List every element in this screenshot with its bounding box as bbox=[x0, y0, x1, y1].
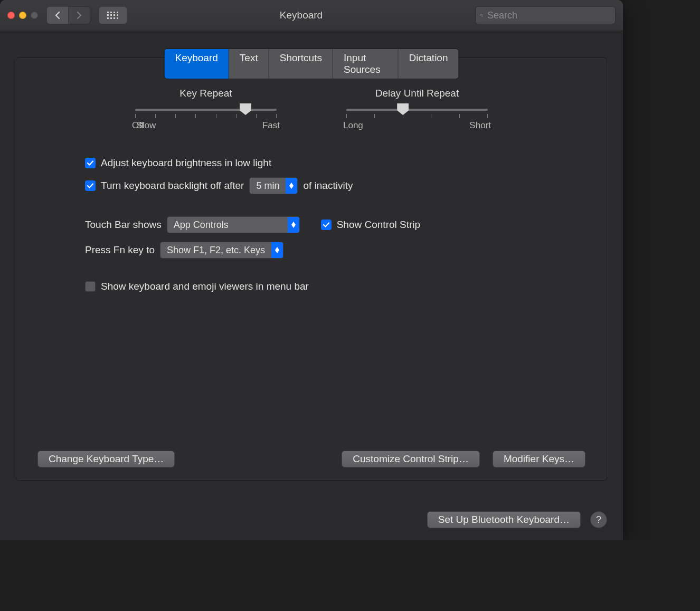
delay-repeat-slider-block: Delay Until Repeat Long Short bbox=[343, 88, 491, 131]
backlight-off-prefix: Turn keyboard backlight off after bbox=[101, 180, 244, 192]
stepper-arrows-icon bbox=[286, 178, 297, 194]
adjust-brightness-checkbox[interactable] bbox=[85, 158, 96, 168]
delay-repeat-slider[interactable] bbox=[346, 109, 488, 111]
key-repeat-fast-label: Fast bbox=[262, 120, 280, 131]
preferences-window: Keyboard Keyboard Text Shortcuts Input S… bbox=[0, 0, 623, 540]
backlight-timeout-select[interactable]: 5 min bbox=[249, 177, 298, 194]
key-repeat-label: Key Repeat bbox=[132, 88, 280, 99]
touchbar-label: Touch Bar shows bbox=[85, 219, 162, 231]
search-input[interactable] bbox=[486, 9, 611, 22]
checkmark-icon bbox=[87, 159, 94, 167]
touchbar-value: App Controls bbox=[167, 219, 288, 231]
forward-button bbox=[69, 6, 90, 24]
svg-line-1 bbox=[482, 16, 483, 17]
delay-repeat-label: Delay Until Repeat bbox=[343, 88, 491, 99]
grid-icon bbox=[107, 12, 119, 19]
backlight-off-checkbox[interactable] bbox=[85, 180, 96, 191]
stepper-arrows-icon bbox=[288, 217, 299, 233]
fn-label: Press Fn key to bbox=[85, 244, 155, 256]
fn-key-value: Show F1, F2, etc. Keys bbox=[160, 245, 271, 256]
tab-content: Key Repeat Off Slow Fast bbox=[16, 58, 607, 317]
help-button[interactable]: ? bbox=[590, 511, 607, 528]
chevron-right-icon bbox=[76, 11, 82, 20]
body: Keyboard Text Shortcuts Input Sources Di… bbox=[0, 31, 623, 540]
adjust-brightness-label: Adjust keyboard brightness in low light bbox=[101, 157, 271, 169]
show-viewers-checkbox[interactable] bbox=[85, 281, 96, 292]
key-repeat-thumb[interactable] bbox=[240, 103, 251, 115]
control-strip-label: Show Control Strip bbox=[337, 219, 420, 231]
key-repeat-slider[interactable] bbox=[135, 109, 277, 111]
checkmark-icon bbox=[323, 221, 330, 228]
customize-control-strip-button[interactable]: Customize Control Strip… bbox=[342, 451, 480, 467]
checkmark-icon bbox=[87, 182, 94, 189]
close-window-button[interactable] bbox=[7, 12, 15, 19]
control-strip-checkbox[interactable] bbox=[321, 219, 332, 230]
tab-shortcuts[interactable]: Shortcuts bbox=[269, 49, 333, 79]
stepper-arrows-icon bbox=[271, 242, 283, 258]
fn-key-select[interactable]: Show F1, F2, etc. Keys bbox=[160, 242, 283, 259]
tab-text[interactable]: Text bbox=[229, 49, 269, 79]
key-repeat-slider-block: Key Repeat Off Slow Fast bbox=[132, 88, 280, 131]
tab-keyboard[interactable]: Keyboard bbox=[165, 49, 229, 79]
chevron-left-icon bbox=[54, 11, 61, 20]
show-all-button[interactable] bbox=[99, 6, 127, 24]
back-button[interactable] bbox=[46, 6, 69, 24]
delay-long-label: Long bbox=[343, 120, 363, 131]
tab-bar: Keyboard Text Shortcuts Input Sources Di… bbox=[164, 49, 459, 79]
backlight-off-suffix: of inactivity bbox=[303, 180, 353, 192]
search-icon bbox=[480, 11, 483, 20]
settings-panel: Keyboard Text Shortcuts Input Sources Di… bbox=[16, 58, 607, 481]
window-controls bbox=[7, 12, 38, 19]
window-title: Keyboard bbox=[133, 9, 470, 21]
delay-repeat-thumb[interactable] bbox=[397, 103, 409, 115]
modifier-keys-button[interactable]: Modifier Keys… bbox=[493, 451, 585, 467]
change-keyboard-type-button[interactable]: Change Keyboard Type… bbox=[37, 451, 175, 467]
titlebar: Keyboard bbox=[0, 0, 623, 31]
backlight-timeout-value: 5 min bbox=[250, 180, 286, 192]
show-viewers-label: Show keyboard and emoji viewers in menu … bbox=[101, 281, 309, 292]
nav-back-forward bbox=[46, 6, 90, 24]
key-repeat-slow-label: Slow bbox=[136, 120, 156, 131]
delay-short-label: Short bbox=[469, 120, 491, 131]
touchbar-select[interactable]: App Controls bbox=[167, 216, 300, 233]
help-icon: ? bbox=[596, 514, 601, 526]
tab-dictation[interactable]: Dictation bbox=[399, 49, 459, 79]
zoom-window-button bbox=[31, 12, 38, 19]
setup-bluetooth-keyboard-button[interactable]: Set Up Bluetooth Keyboard… bbox=[427, 511, 581, 528]
search-field[interactable] bbox=[475, 6, 616, 24]
tab-input-sources[interactable]: Input Sources bbox=[333, 49, 399, 79]
minimize-window-button[interactable] bbox=[19, 12, 26, 19]
